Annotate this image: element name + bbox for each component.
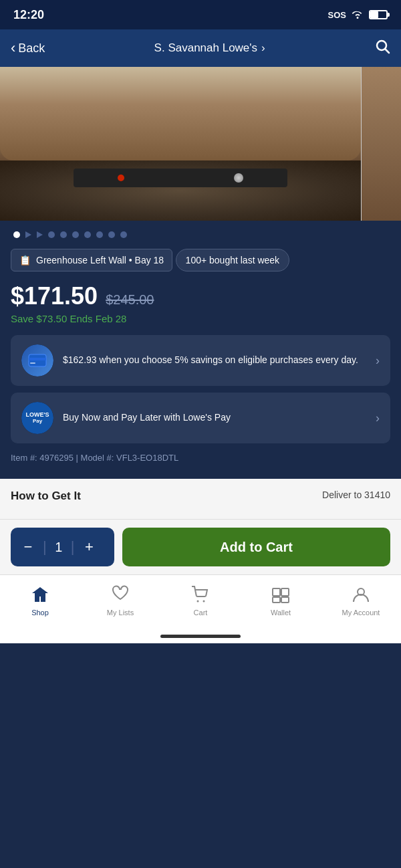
control-knob — [234, 173, 243, 183]
red-indicator — [118, 175, 124, 181]
credit-card-icon — [21, 344, 53, 376]
promo-text-1: $162.93 when you choose 5% savings on el… — [63, 354, 366, 367]
wallet-label: Wallet — [271, 609, 291, 617]
product-image-area — [0, 67, 401, 221]
quantity-control: − | 1 | + — [11, 528, 114, 566]
carousel-dot-2[interactable] — [48, 231, 55, 238]
nav-item-shop[interactable]: Shop — [0, 586, 80, 617]
back-chevron-icon: ‹ — [11, 39, 15, 57]
location-text: Greenhouse Left Wall • Bay 18 — [36, 255, 164, 265]
quantity-decrease-button[interactable]: − — [13, 532, 43, 562]
carousel-play-1[interactable] — [25, 231, 31, 238]
shop-icon — [31, 586, 49, 606]
account-icon — [352, 586, 370, 606]
carousel-dot-8[interactable] — [120, 231, 127, 238]
svg-rect-8 — [281, 588, 289, 596]
svg-point-6 — [203, 600, 205, 602]
status-bar: 12:20 SOS — [0, 0, 401, 29]
svg-point-5 — [197, 600, 199, 602]
store-name: S. Savannah Lowe's — [154, 41, 257, 55]
promo-text-2: Buy Now and Pay Later with Lowe's Pay — [63, 411, 366, 425]
wallet-icon — [271, 586, 290, 606]
svg-rect-9 — [273, 597, 280, 603]
battery-icon — [369, 10, 388, 19]
nav-item-wallet[interactable]: Wallet — [241, 586, 321, 617]
svg-rect-7 — [273, 588, 280, 596]
price-current: $171.50 — [11, 282, 98, 310]
nav-item-cart[interactable]: Cart — [160, 586, 241, 617]
product-image-side — [361, 67, 401, 221]
carousel-dots — [11, 231, 390, 238]
store-arrow-icon: › — [261, 41, 265, 55]
how-to-get-section: How to Get It Deliver to 31410 — [0, 479, 401, 519]
lowes-pay-icon: LOWE'S Pay — [21, 402, 53, 434]
status-time: 12:20 — [13, 8, 44, 22]
carousel-dot-3[interactable] — [60, 231, 67, 238]
store-title[interactable]: S. Savannah Lowe's › — [154, 41, 265, 55]
bought-text: 100+ bought last week — [186, 255, 280, 265]
bottom-nav: Shop My Lists Cart Wallet — [0, 574, 401, 635]
quantity-value: 1 — [47, 540, 71, 555]
carousel-dot-4[interactable] — [72, 231, 79, 238]
nav-bar: ‹ Back S. Savannah Lowe's › — [0, 29, 401, 67]
nav-item-my-account[interactable]: My Account — [321, 586, 401, 617]
location-icon: 📋 — [19, 255, 31, 265]
dark-section: 📋 Greenhouse Left Wall • Bay 18 100+ bou… — [0, 221, 401, 479]
cart-icon — [191, 586, 210, 606]
price-section: $171.50 $245.00 Save $73.50 Ends Feb 28 — [11, 282, 390, 324]
promo-card-lowes-pay[interactable]: LOWE'S Pay Buy Now and Pay Later with Lo… — [11, 393, 390, 443]
nav-item-my-lists[interactable]: My Lists — [80, 585, 160, 617]
price-main: $171.50 $245.00 — [11, 282, 390, 310]
carousel-dot-7[interactable] — [108, 231, 115, 238]
deliver-to: Deliver to 31410 — [322, 490, 390, 500]
item-info: Item #: 4976295 | Model #: VFL3-EO18DTL — [11, 453, 390, 463]
back-label: Back — [18, 41, 45, 56]
cart-label: Cart — [194, 609, 208, 617]
product-image-main — [0, 67, 361, 221]
price-save: Save $73.50 Ends Feb 28 — [11, 313, 390, 324]
home-indicator — [0, 635, 401, 643]
sos-label: SOS — [328, 10, 346, 20]
svg-rect-10 — [281, 597, 289, 603]
svg-rect-4 — [30, 362, 35, 364]
bottom-action-bar: − | 1 | + Add to Cart — [0, 519, 401, 574]
minus-icon: − — [24, 538, 33, 556]
location-badge: 📋 Greenhouse Left Wall • Bay 18 — [11, 249, 172, 272]
shop-label: Shop — [31, 609, 49, 617]
promo-arrow-1: › — [376, 354, 380, 368]
carousel-dot-6[interactable] — [96, 231, 103, 238]
status-icons: SOS — [328, 9, 388, 21]
promo-card-credit[interactable]: $162.93 when you choose 5% savings on el… — [11, 335, 390, 386]
carousel-dot-1[interactable] — [13, 231, 20, 238]
home-bar — [160, 635, 241, 638]
add-to-cart-button[interactable]: Add to Cart — [122, 528, 390, 566]
search-button[interactable] — [374, 38, 390, 58]
wifi-icon — [352, 9, 364, 21]
promo-arrow-2: › — [376, 411, 380, 425]
price-original: $245.00 — [106, 292, 154, 308]
back-button[interactable]: ‹ Back — [11, 39, 45, 57]
bought-badge: 100+ bought last week — [176, 249, 290, 272]
my-account-label: My Account — [342, 609, 380, 617]
plus-icon: + — [85, 538, 94, 556]
how-to-get-title: How to Get It — [11, 490, 81, 503]
my-lists-label: My Lists — [107, 609, 134, 617]
svg-rect-3 — [29, 358, 46, 360]
svg-line-1 — [386, 49, 390, 53]
carousel-dot-5[interactable] — [84, 231, 91, 238]
carousel-play-2[interactable] — [37, 231, 43, 238]
quantity-increase-button[interactable]: + — [74, 532, 104, 562]
heart-icon — [112, 585, 129, 606]
